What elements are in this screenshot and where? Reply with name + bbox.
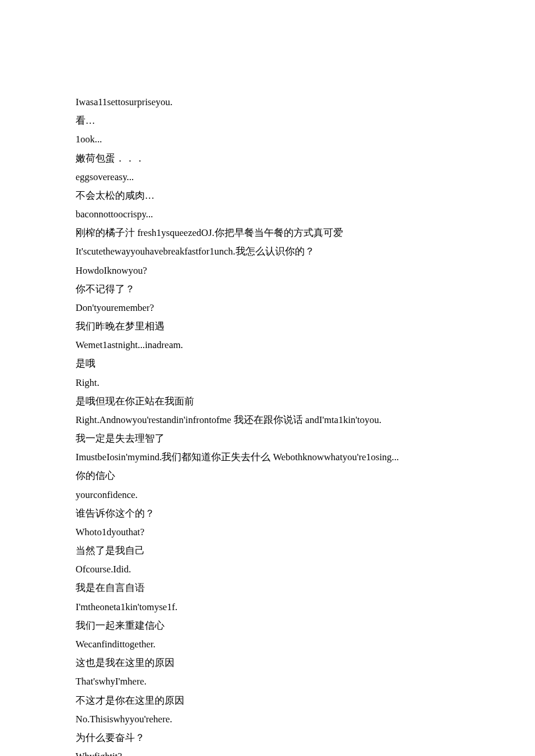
text-line: 1ook... [76,130,459,149]
text-line: Whoto1dyouthat? [76,523,459,542]
text-line: It'scutethewayyouhavebreakfastfor1unch.我… [76,242,459,261]
text-line: 是哦但现在你正站在我面前 [76,392,459,411]
text-line: 嫩荷包蛋．．． [76,149,459,168]
document-page: Iwasa11settosurpriseyou.看…1ook...嫩荷包蛋．．．… [0,0,535,756]
text-line: yourconfidence. [76,486,459,504]
text-line: 我们一起来重建信心 [76,617,459,635]
text-line: ImustbeIosin'mymind.我们都知道你正失去什么 Webothkn… [76,448,459,467]
text-line: Right. [76,374,459,392]
text-line: Ofcourse.Idid. [76,560,459,579]
text-line: 不这才是你在这里的原因 [76,691,459,710]
text-line: 这也是我在这里的原因 [76,654,459,672]
text-line: Wecanfindittogether. [76,635,459,654]
text-line: 我们昨晚在梦里相遇 [76,317,459,336]
text-line: 当然了是我自己 [76,542,459,560]
text-line: I'mtheoneta1kin'tomyse1f. [76,598,459,617]
text-line: Don'tyouremember? [76,299,459,317]
text-line: eggsovereasy... [76,168,459,187]
text-line: 是哦 [76,354,459,373]
text-line: 你不记得了？ [76,280,459,299]
text-line: Whyfightit? [76,747,459,756]
text-line: Wemet1astnight...inadream. [76,336,459,354]
text-line: No.Thisiswhyyou'rehere. [76,710,459,729]
text-line: 刚榨的橘子汁 fresh1ysqueezedOJ.你把早餐当午餐的方式真可爱 [76,224,459,242]
text-line: HowdoIknowyou? [76,261,459,280]
text-line: 看… [76,112,459,130]
text-line: 我一定是失去理智了 [76,429,459,448]
text-line: That'swhyI'mhere. [76,672,459,691]
text-line: 不会太松的咸肉… [76,187,459,205]
text-line: 你的信心 [76,467,459,485]
text-line: 我是在自言自语 [76,579,459,597]
text-line: Right.Andnowyou'restandin'infrontofme 我还… [76,411,459,429]
text-line: 为什么要奋斗？ [76,729,459,747]
text-line: baconnottoocrispy... [76,205,459,224]
text-line: 谁告诉你这个的？ [76,504,459,523]
text-line: Iwasa11settosurpriseyou. [76,93,459,112]
